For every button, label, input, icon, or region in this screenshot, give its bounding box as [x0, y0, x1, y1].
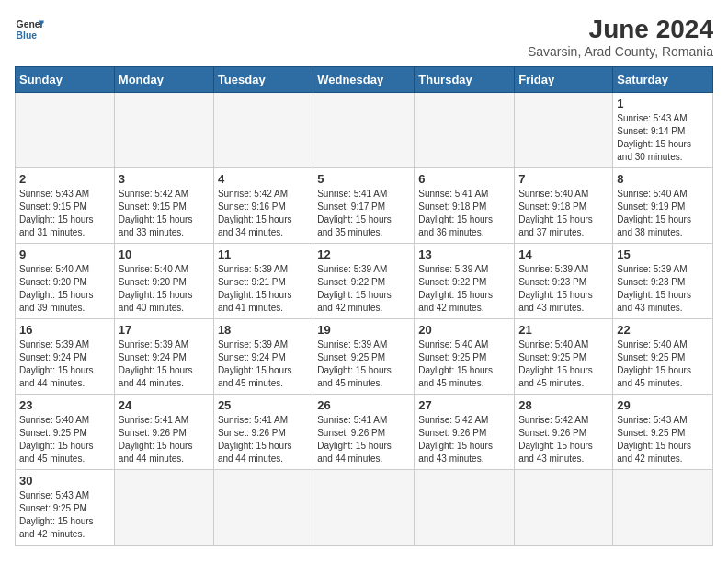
calendar-cell: 5Sunrise: 5:41 AMSunset: 9:17 PMDaylight… [313, 168, 415, 244]
calendar-cell: 27Sunrise: 5:42 AMSunset: 9:26 PMDayligh… [415, 395, 515, 470]
logo-icon: General Blue [15, 15, 44, 44]
calendar-subtitle: Savarsin, Arad County, Romania [528, 44, 713, 59]
day-number: 12 [317, 247, 410, 261]
day-number: 5 [317, 172, 410, 186]
day-info: Sunrise: 5:39 AMSunset: 9:23 PMDaylight:… [518, 263, 609, 315]
day-info: Sunrise: 5:43 AMSunset: 9:25 PMDaylight:… [617, 414, 709, 465]
day-info: Sunrise: 5:40 AMSunset: 9:20 PMDaylight:… [19, 263, 110, 315]
day-info: Sunrise: 5:41 AMSunset: 9:18 PMDaylight:… [418, 188, 510, 239]
calendar-cell: 2Sunrise: 5:43 AMSunset: 9:15 PMDaylight… [16, 168, 115, 244]
day-number: 23 [19, 398, 110, 412]
calendar-cell: 22Sunrise: 5:40 AMSunset: 9:25 PMDayligh… [613, 319, 713, 395]
day-number: 18 [218, 323, 309, 337]
day-info: Sunrise: 5:40 AMSunset: 9:25 PMDaylight:… [617, 339, 709, 390]
calendar-cell [515, 470, 613, 546]
calendar-cell [515, 93, 613, 168]
day-number: 3 [119, 172, 210, 186]
day-number: 22 [617, 323, 709, 337]
calendar-cell [114, 93, 213, 168]
day-info: Sunrise: 5:40 AMSunset: 9:25 PMDaylight:… [418, 339, 510, 390]
calendar-week-row: 23Sunrise: 5:40 AMSunset: 9:25 PMDayligh… [16, 395, 713, 470]
day-info: Sunrise: 5:40 AMSunset: 9:25 PMDaylight:… [19, 414, 110, 465]
day-number: 19 [317, 323, 410, 337]
calendar-cell: 21Sunrise: 5:40 AMSunset: 9:25 PMDayligh… [515, 319, 613, 395]
calendar-cell: 1Sunrise: 5:43 AMSunset: 9:14 PMDaylight… [613, 93, 713, 168]
day-info: Sunrise: 5:42 AMSunset: 9:26 PMDaylight:… [418, 414, 510, 465]
day-info: Sunrise: 5:40 AMSunset: 9:20 PMDaylight:… [119, 263, 210, 315]
calendar-cell: 13Sunrise: 5:39 AMSunset: 9:22 PMDayligh… [415, 244, 515, 319]
day-number: 25 [218, 398, 309, 412]
calendar-table: SundayMondayTuesdayWednesdayThursdayFrid… [15, 66, 713, 546]
calendar-cell: 12Sunrise: 5:39 AMSunset: 9:22 PMDayligh… [313, 244, 415, 319]
day-number: 29 [617, 398, 709, 412]
day-number: 2 [19, 172, 110, 186]
day-number: 1 [617, 97, 709, 110]
calendar-cell [213, 470, 313, 546]
day-number: 6 [418, 172, 510, 186]
day-info: Sunrise: 5:39 AMSunset: 9:24 PMDaylight:… [119, 339, 210, 390]
day-number: 30 [19, 474, 110, 488]
calendar-cell [613, 470, 713, 546]
day-info: Sunrise: 5:39 AMSunset: 9:25 PMDaylight:… [317, 339, 410, 390]
day-number: 17 [119, 323, 210, 337]
day-number: 27 [418, 398, 510, 412]
calendar-week-row: 2Sunrise: 5:43 AMSunset: 9:15 PMDaylight… [16, 168, 713, 244]
calendar-cell: 9Sunrise: 5:40 AMSunset: 9:20 PMDaylight… [16, 244, 115, 319]
calendar-cell: 14Sunrise: 5:39 AMSunset: 9:23 PMDayligh… [515, 244, 613, 319]
day-info: Sunrise: 5:41 AMSunset: 9:26 PMDaylight:… [218, 414, 309, 465]
calendar-week-row: 9Sunrise: 5:40 AMSunset: 9:20 PMDaylight… [16, 244, 713, 319]
calendar-cell: 28Sunrise: 5:42 AMSunset: 9:26 PMDayligh… [515, 395, 613, 470]
weekday-header-thursday: Thursday [415, 67, 515, 93]
day-number: 24 [119, 398, 210, 412]
day-number: 28 [518, 398, 609, 412]
calendar-cell: 7Sunrise: 5:40 AMSunset: 9:18 PMDaylight… [515, 168, 613, 244]
day-info: Sunrise: 5:41 AMSunset: 9:17 PMDaylight:… [317, 188, 410, 239]
day-number: 9 [19, 247, 110, 261]
logo: General Blue [15, 15, 44, 44]
title-area: June 2024 Savarsin, Arad County, Romania [528, 15, 713, 59]
day-info: Sunrise: 5:42 AMSunset: 9:16 PMDaylight:… [218, 188, 309, 239]
day-number: 15 [617, 247, 709, 261]
calendar-cell: 25Sunrise: 5:41 AMSunset: 9:26 PMDayligh… [213, 395, 313, 470]
day-number: 21 [518, 323, 609, 337]
weekday-header-sunday: Sunday [16, 67, 115, 93]
day-info: Sunrise: 5:39 AMSunset: 9:24 PMDaylight:… [19, 339, 110, 390]
day-number: 14 [518, 247, 609, 261]
day-info: Sunrise: 5:39 AMSunset: 9:23 PMDaylight:… [617, 263, 709, 315]
weekday-header-monday: Monday [114, 67, 213, 93]
calendar-week-row: 1Sunrise: 5:43 AMSunset: 9:14 PMDaylight… [16, 93, 713, 168]
day-number: 4 [218, 172, 309, 186]
day-info: Sunrise: 5:43 AMSunset: 9:14 PMDaylight:… [617, 112, 709, 164]
calendar-cell: 3Sunrise: 5:42 AMSunset: 9:15 PMDaylight… [114, 168, 213, 244]
weekday-header-wednesday: Wednesday [313, 67, 415, 93]
day-info: Sunrise: 5:39 AMSunset: 9:22 PMDaylight:… [418, 263, 510, 315]
calendar-cell: 18Sunrise: 5:39 AMSunset: 9:24 PMDayligh… [213, 319, 313, 395]
calendar-cell [313, 470, 415, 546]
day-number: 11 [218, 247, 309, 261]
day-number: 13 [418, 247, 510, 261]
calendar-cell [213, 93, 313, 168]
day-info: Sunrise: 5:40 AMSunset: 9:19 PMDaylight:… [617, 188, 709, 239]
day-info: Sunrise: 5:41 AMSunset: 9:26 PMDaylight:… [317, 414, 410, 465]
day-info: Sunrise: 5:41 AMSunset: 9:26 PMDaylight:… [119, 414, 210, 465]
calendar-cell: 8Sunrise: 5:40 AMSunset: 9:19 PMDaylight… [613, 168, 713, 244]
calendar-cell: 4Sunrise: 5:42 AMSunset: 9:16 PMDaylight… [213, 168, 313, 244]
calendar-cell [114, 470, 213, 546]
calendar-cell: 15Sunrise: 5:39 AMSunset: 9:23 PMDayligh… [613, 244, 713, 319]
weekday-header-friday: Friday [515, 67, 613, 93]
calendar-week-row: 30Sunrise: 5:43 AMSunset: 9:25 PMDayligh… [16, 470, 713, 546]
day-info: Sunrise: 5:42 AMSunset: 9:26 PMDaylight:… [518, 414, 609, 465]
weekday-header-row: SundayMondayTuesdayWednesdayThursdayFrid… [16, 67, 713, 93]
calendar-cell: 11Sunrise: 5:39 AMSunset: 9:21 PMDayligh… [213, 244, 313, 319]
weekday-header-saturday: Saturday [613, 67, 713, 93]
day-info: Sunrise: 5:39 AMSunset: 9:24 PMDaylight:… [218, 339, 309, 390]
day-number: 26 [317, 398, 410, 412]
calendar-cell [415, 93, 515, 168]
calendar-cell [415, 470, 515, 546]
day-info: Sunrise: 5:39 AMSunset: 9:22 PMDaylight:… [317, 263, 410, 315]
weekday-header-tuesday: Tuesday [213, 67, 313, 93]
calendar-cell: 30Sunrise: 5:43 AMSunset: 9:25 PMDayligh… [16, 470, 115, 546]
calendar-cell [313, 93, 415, 168]
svg-text:Blue: Blue [17, 30, 38, 40]
calendar-header: General Blue June 2024 Savarsin, Arad Co… [15, 15, 713, 59]
